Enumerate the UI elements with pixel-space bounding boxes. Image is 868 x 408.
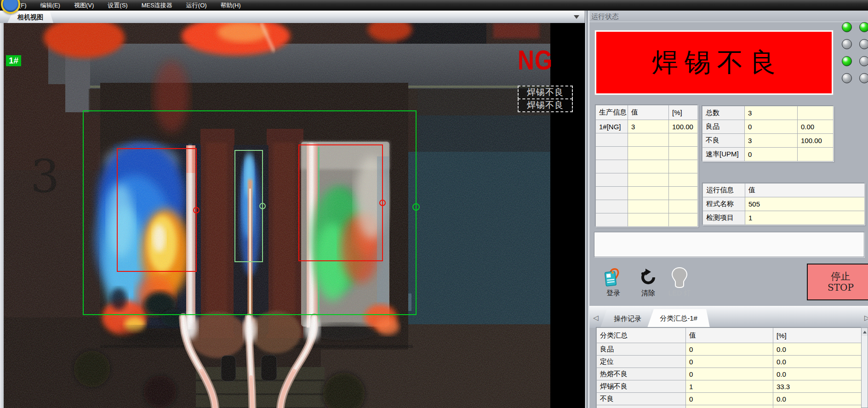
- status-led-gray: [859, 56, 868, 66]
- menu-view[interactable]: 视图(V): [67, 0, 101, 11]
- tab-scroll-right-icon[interactable]: ▷: [864, 315, 868, 321]
- header-cell: [%]: [773, 328, 862, 343]
- camera-slot-badge: 1#: [6, 55, 21, 66]
- status-led-gray: [842, 73, 852, 83]
- header-cell: 生产信息: [596, 105, 628, 120]
- cell: [628, 160, 669, 173]
- cell: 检测项目: [703, 211, 745, 225]
- cell: [597, 405, 686, 408]
- cell: 0: [686, 393, 773, 405]
- menu-bar: 文件(F) 编辑(E) 视图(V) 设置(S) MES连接器 运行(O) 帮助(…: [0, 0, 868, 11]
- cell: [596, 133, 628, 147]
- cell: [596, 187, 628, 200]
- cell: [628, 213, 669, 227]
- cell: [669, 187, 698, 200]
- status-led-grid: [842, 22, 868, 83]
- cell: 0: [686, 368, 773, 380]
- camera-left-border: [0, 23, 4, 408]
- cell: 0.0: [773, 343, 862, 356]
- data-grid: 分类汇总值[%]良品00.0定位00.0热熔不良00.0焊锡不良133.3不良0…: [596, 328, 862, 408]
- cell: 0: [686, 356, 773, 368]
- header-cell: 值: [745, 184, 865, 197]
- data-grid: 总数3良品00.00不良3100.00速率[UPM]0: [702, 106, 834, 161]
- menu-edit[interactable]: 编辑(E): [34, 0, 67, 11]
- menu-settings[interactable]: 设置(S): [101, 0, 134, 11]
- cell: 良品: [702, 120, 745, 134]
- cell: [628, 173, 669, 187]
- defect-banner-text: 焊锡不良: [645, 45, 782, 80]
- table-scrollbar[interactable]: [861, 328, 868, 408]
- cell: 0: [745, 148, 798, 161]
- status-led-gray: [842, 39, 852, 49]
- cell: 100.00: [669, 120, 698, 133]
- stop-label-en: STOP: [828, 282, 854, 293]
- cell: [773, 405, 862, 408]
- cell: [628, 200, 669, 213]
- tab-scroll-left-icon[interactable]: ◁: [593, 315, 599, 321]
- production-info-table: 生产信息值[%]1#[NG]3100.00: [595, 105, 698, 227]
- cell: [669, 213, 698, 227]
- led-light-button[interactable]: LED 灯: [665, 267, 694, 298]
- cell: 33.3: [773, 380, 862, 393]
- defect-tag: 焊锡不良: [518, 98, 573, 112]
- status-led-green: [842, 56, 852, 66]
- panel-splitter[interactable]: [585, 11, 589, 408]
- cell: [628, 187, 669, 200]
- cell: [628, 147, 669, 160]
- camera-tab-strip: 相机视图: [0, 11, 585, 23]
- header-cell: 运行信息: [703, 184, 745, 197]
- cell: 焊锡不良: [597, 380, 686, 393]
- header-cell: 值: [686, 328, 773, 343]
- id-badge-icon: [599, 267, 628, 288]
- menu-mes[interactable]: MES连接器: [135, 0, 179, 11]
- cell: [596, 173, 628, 187]
- cell: [669, 160, 698, 173]
- cell: 不良: [597, 393, 686, 405]
- cell: 3: [628, 120, 669, 133]
- cell: 0.0: [773, 393, 862, 405]
- menu-run[interactable]: 运行(O): [179, 0, 214, 11]
- cell: [596, 213, 628, 227]
- data-grid: 生产信息值[%]1#[NG]3100.00: [595, 105, 698, 227]
- menu-help[interactable]: 帮助(H): [214, 0, 248, 11]
- status-led-green: [842, 22, 852, 32]
- cell: 3: [745, 134, 798, 148]
- data-grid: 运行信息值程式名称505检测项目1: [702, 183, 865, 225]
- scroll-up-icon[interactable]: [862, 328, 868, 336]
- panel-caption: 运行状态: [588, 11, 868, 22]
- stop-label-cn: 停止: [831, 271, 851, 282]
- chevron-down-icon[interactable]: [574, 15, 579, 19]
- cell: 505: [745, 197, 865, 211]
- status-led-gray: [859, 39, 868, 49]
- cell: [686, 405, 773, 408]
- cell: [628, 133, 669, 147]
- cell: [669, 200, 698, 213]
- cell: 1: [686, 380, 773, 393]
- run-info-table: 运行信息值程式名称505检测项目1: [702, 183, 865, 225]
- cell: 1#[NG]: [596, 120, 628, 133]
- totals-table: 总数3良品00.00不良3100.00速率[UPM]0: [702, 106, 834, 161]
- tab-class-summary[interactable]: 分类汇总-1#: [647, 309, 710, 328]
- defect-tag: 焊锡不良: [518, 86, 573, 99]
- cell: 0.00: [798, 120, 834, 134]
- clear-button[interactable]: 清除: [634, 267, 662, 298]
- clear-label: 清除: [634, 289, 662, 298]
- cell: [669, 147, 698, 160]
- cell: 良品: [597, 343, 686, 356]
- cell: 0.0: [773, 368, 862, 380]
- message-box: [594, 232, 864, 257]
- refresh-icon: [634, 267, 662, 288]
- camera-view: 3 1# NG 焊锡不良 焊锡不良: [0, 23, 585, 408]
- login-label: 登录: [599, 289, 628, 298]
- class-summary-table: 分类汇总值[%]良品00.0定位00.0热熔不良00.0焊锡不良133.3不良0…: [596, 328, 862, 408]
- status-led-gray: [859, 73, 868, 83]
- cell: [596, 160, 628, 173]
- cell: 1: [745, 211, 865, 225]
- tab-operation-log[interactable]: 操作记录: [600, 310, 655, 328]
- login-button[interactable]: 登录: [599, 267, 628, 298]
- stop-button[interactable]: 停止 STOP: [807, 264, 868, 300]
- cell: 0.0: [773, 356, 862, 368]
- cell: 不良: [702, 134, 745, 148]
- header-cell: [%]: [669, 105, 698, 120]
- lightbulb-icon: [665, 267, 694, 288]
